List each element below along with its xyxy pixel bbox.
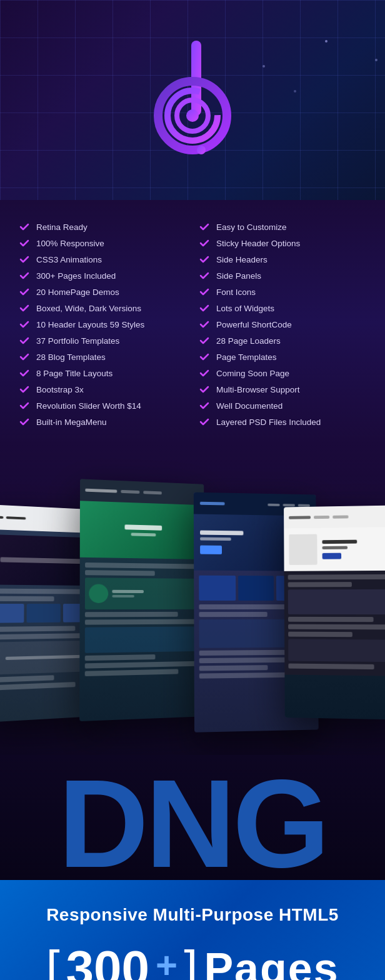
card-row [85,619,201,625]
card-section [85,626,201,652]
check-icon [199,368,210,379]
feature-label: 20 HomePage Demos [36,288,119,297]
nav-item [282,504,294,506]
check-icon [19,351,30,362]
feature-item: 10 Header Layouts 59 Styles [19,316,186,332]
nav-item [314,516,329,519]
feature-label: Layered PSD Files Included [216,418,321,427]
check-icon [19,238,30,249]
check-icon [19,368,30,379]
logo-bar [200,502,225,506]
feature-label: 37 Portfolio Templates [36,336,119,346]
card-row [85,612,178,618]
feature-label: 28 Blog Templates [36,352,106,362]
feature-item: 28 Blog Templates [19,349,186,365]
feature-item: Multi-Browser Support [199,381,366,398]
brand-logo [136,34,249,172]
card-row [85,669,179,676]
feature-item: 37 Portfolio Templates [19,332,186,349]
feature-item: 300+ Pages Included [19,268,186,284]
card-row [0,596,54,601]
feature-label: Sticky Header Options [216,239,300,248]
features-left-column: Retina Ready 100% Responsive CSS3 Animat… [19,219,186,430]
nav-dot [0,516,3,519]
check-icon [199,286,210,298]
svg-point-4 [186,109,199,122]
nav-items [268,503,310,506]
feature-label: Lots of Widgets [216,304,274,313]
check-icon [19,400,30,411]
pages-number: 300 [66,944,149,980]
feature-label: 300+ Pages Included [36,271,116,281]
feature-label: Boxed, Wide, Dark Versions [36,304,141,313]
feature-item: 28 Page Loaders [199,332,366,349]
features-section: Retina Ready 100% Responsive CSS3 Animat… [0,200,385,442]
feature-item: Revolution Slider Worth $14 [19,398,186,414]
check-icon [199,400,210,411]
nav-item [85,489,117,493]
check-icon [199,302,210,314]
pages-plus: + [156,947,178,980]
feature-label: Multi-Browser Support [216,385,300,394]
feature-label: Page Templates [216,352,277,362]
card-row [85,570,155,576]
nav-item [298,504,310,506]
screenshots-wrapper [0,455,385,755]
check-icon [19,286,30,298]
product-tagline: Responsive Multi-Purpose HTML5 [19,905,366,925]
check-icon [19,384,30,395]
check-icon [19,319,30,330]
check-icon [19,221,30,232]
feature-item: Font Icons [199,284,366,300]
feature-label: 28 Page Loaders [216,336,281,346]
card-row [199,665,268,671]
feature-label: Side Panels [216,271,261,281]
feature-item: Page Templates [199,349,366,365]
card-body [284,571,385,676]
card-row [288,617,374,622]
feature-label: Easy to Customize [216,222,287,232]
feature-label: 8 Page Title Layouts [36,369,112,378]
inner-row [5,654,81,659]
card-row [288,582,352,587]
feature-label: Side Headers [216,255,268,264]
check-icon [199,384,210,395]
feature-item: Coming Soon Page [199,365,366,381]
nav-item [289,516,311,519]
card-row [0,682,76,691]
grid-item [27,604,61,622]
screenshot-card-2 [79,479,206,721]
check-icon [199,335,210,346]
blue-section: Responsive Multi-Purpose HTML5 [ 300 + ]… [0,880,385,980]
card-header [284,505,385,528]
feature-item: 20 HomePage Demos [19,284,186,300]
feature-label: 100% Responsive [36,239,104,248]
dng-brand-text: DNG [0,755,385,880]
hero-section [0,0,385,200]
check-icon [199,221,210,232]
card-hero [80,501,205,559]
feature-item: Sticky Header Options [199,235,366,251]
card-row [199,612,268,617]
feature-item: Powerful ShortCode [199,316,366,332]
card-section [288,589,385,614]
check-icon [199,254,210,265]
feature-item: Retina Ready [19,219,186,235]
check-icon [19,335,30,346]
check-icon [199,270,210,281]
svg-point-5 [197,146,206,154]
feature-item: Lots of Widgets [199,300,366,316]
feature-item: Well Documented [199,398,366,414]
card-row [0,626,76,632]
feature-item: Side Panels [199,268,366,284]
card-row [85,562,200,569]
screenshots-section [0,442,385,755]
check-icon [19,416,30,428]
feature-label: Coming Soon Page [216,369,289,378]
logo-container [136,34,249,172]
feature-item: Built-in MegaMenu [19,414,186,430]
feature-item: Layered PSD Files Included [199,414,366,430]
feature-item: Boxed, Wide, Dark Versions [19,300,186,316]
feature-item: Easy to Customize [199,219,366,235]
pages-counter: [ 300 + ] Pages [19,944,366,980]
